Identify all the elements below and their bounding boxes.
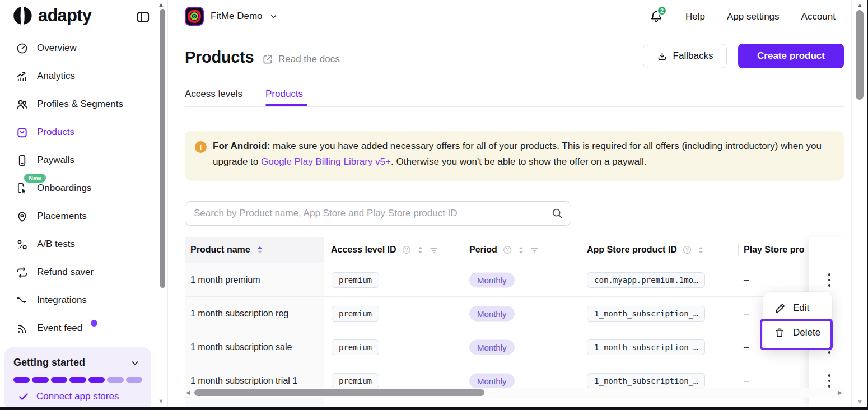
- column-header-period[interactable]: Period: [469, 237, 539, 263]
- period-badge: Monthly: [469, 306, 515, 321]
- trash-icon: [774, 327, 785, 338]
- notifications-button[interactable]: 2: [649, 10, 664, 24]
- chevron-down-icon: [269, 12, 278, 21]
- sidebar-item-products[interactable]: Products: [0, 118, 157, 146]
- sidebar-item-profiles-segments[interactable]: Profiles & Segments: [0, 90, 157, 118]
- column-header-product-name[interactable]: Product name: [185, 237, 324, 263]
- period-badge: Monthly: [469, 373, 515, 388]
- sidebar-item-ab-tests[interactable]: A/B tests: [0, 230, 157, 258]
- sidebar-scroll-down-arrow[interactable]: ▼: [158, 398, 164, 404]
- fallbacks-label: Fallbacks: [673, 50, 713, 62]
- warning-text: For Android: make sure you have added ne…: [213, 138, 836, 170]
- download-icon: [657, 51, 668, 62]
- column-separator: [324, 244, 324, 256]
- app-settings-link[interactable]: App settings: [727, 11, 780, 22]
- chart-icon: [16, 70, 29, 83]
- table-row: 1 month subscription sale premium Monthl…: [185, 330, 851, 364]
- sidebar-item-analytics[interactable]: Analytics: [0, 62, 157, 90]
- read-the-docs-link[interactable]: Read the docs: [262, 54, 340, 65]
- sidebar-item-label: Event feed: [37, 323, 82, 334]
- table-row: 1 month premium premium Monthly com.myap…: [185, 263, 851, 297]
- access-level-badge: premium: [332, 306, 379, 322]
- sidebar-scrollbar-thumb[interactable]: [160, 9, 165, 288]
- fallbacks-button[interactable]: Fallbacks: [643, 44, 727, 68]
- column-header-access-level[interactable]: Access level ID: [331, 237, 438, 263]
- pencil-icon: [774, 302, 785, 314]
- event-feed-dot: [91, 320, 97, 327]
- column-separator: [738, 244, 739, 256]
- scroll-down-arrow[interactable]: ▼: [857, 398, 863, 405]
- sidebar-item-event-feed[interactable]: Event feed: [0, 314, 157, 342]
- progress-segment: [107, 377, 123, 383]
- connect-app-stores-link[interactable]: Connect app stores: [18, 391, 151, 402]
- access-level-badge: premium: [332, 272, 379, 288]
- period-badge: Monthly: [469, 339, 515, 355]
- sidebar-item-refund-saver[interactable]: Refund saver: [0, 258, 157, 286]
- sidebar-item-onboardings[interactable]: New Onboardings: [0, 174, 157, 202]
- vertical-scrollbar-thumb[interactable]: [856, 10, 864, 100]
- tab-access-levels[interactable]: Access levels: [185, 88, 242, 100]
- adapty-logo-icon: [12, 6, 32, 26]
- filter-icon[interactable]: [530, 245, 539, 255]
- sort-icon[interactable]: [517, 245, 525, 255]
- create-product-button[interactable]: Create product: [738, 44, 844, 68]
- sort-icon[interactable]: [256, 245, 264, 255]
- refund-icon: [16, 266, 29, 279]
- getting-started-card: Getting started Connect app stores: [4, 347, 151, 410]
- column-label: Play Store pro: [744, 245, 804, 255]
- help-icon[interactable]: [682, 245, 692, 255]
- row-actions-kebab-button[interactable]: [817, 271, 842, 290]
- scroll-right-arrow[interactable]: ▶: [838, 389, 842, 395]
- getting-started-header[interactable]: Getting started: [4, 347, 151, 369]
- adapty-logo[interactable]: adapty: [12, 6, 91, 26]
- search-input[interactable]: [194, 208, 551, 219]
- help-icon[interactable]: [502, 245, 512, 255]
- external-link-icon: [262, 54, 273, 65]
- progress-segment: [126, 377, 142, 383]
- product-name-cell: 1 month subscription reg: [185, 297, 324, 330]
- progress-segment: [13, 377, 30, 383]
- adapty-logo-text: adapty: [38, 6, 91, 26]
- users-icon: [16, 98, 29, 111]
- column-header-app-store-id[interactable]: App Store product ID: [587, 237, 704, 263]
- column-header-play-store-id[interactable]: Play Store pro: [744, 237, 804, 263]
- sidebar-item-label: Products: [37, 127, 74, 138]
- filter-icon[interactable]: [429, 245, 438, 255]
- menu-item-delete[interactable]: Delete: [763, 320, 832, 345]
- tabs-divider: [185, 106, 844, 107]
- menu-item-edit[interactable]: Edit: [763, 296, 832, 320]
- read-the-docs-label: Read the docs: [278, 54, 340, 65]
- tab-products[interactable]: Products: [265, 88, 303, 100]
- phone-tap-icon: [16, 182, 29, 195]
- sidebar-item-integrations[interactable]: Integrations: [0, 286, 157, 314]
- notification-count-badge: 2: [657, 6, 667, 16]
- product-search: [185, 201, 571, 226]
- app-icon: [185, 7, 204, 26]
- app-store-id-badge: 1_month_subscription_…: [587, 373, 705, 389]
- chevron-down-icon[interactable]: [130, 358, 140, 368]
- help-icon[interactable]: [402, 245, 412, 255]
- scroll-up-arrow[interactable]: ▲: [857, 2, 863, 8]
- sidebar-collapse-button[interactable]: [136, 10, 151, 25]
- sidebar-item-label: Integrations: [37, 295, 87, 306]
- pin-icon: [16, 210, 29, 223]
- sidebar-item-placements[interactable]: Placements: [0, 202, 157, 230]
- billing-library-link[interactable]: Google Play Billing Library v5+: [261, 156, 391, 167]
- topbar: FitMe Demo 2 Help App settings Account: [168, 0, 851, 34]
- product-name-cell: 1 month subscription sale: [185, 330, 324, 364]
- horizontal-scrollbar-thumb[interactable]: [194, 389, 484, 396]
- account-link[interactable]: Account: [801, 11, 836, 22]
- sidebar-item-paywalls[interactable]: Paywalls: [0, 146, 157, 174]
- warning-icon: !: [195, 141, 207, 153]
- app-selector[interactable]: FitMe Demo: [185, 7, 278, 26]
- sort-icon[interactable]: [697, 245, 704, 255]
- search-icon: [551, 207, 563, 220]
- access-level-badge: premium: [332, 339, 379, 355]
- sidebar-item-overview[interactable]: Overview: [0, 34, 157, 62]
- progress-segment: [32, 377, 48, 383]
- menu-item-label: Edit: [793, 302, 809, 314]
- help-link[interactable]: Help: [685, 11, 705, 22]
- sidebar-scroll-up-arrow[interactable]: ▲: [158, 2, 164, 8]
- scroll-left-arrow[interactable]: ◀: [186, 389, 190, 395]
- sort-icon[interactable]: [417, 245, 424, 255]
